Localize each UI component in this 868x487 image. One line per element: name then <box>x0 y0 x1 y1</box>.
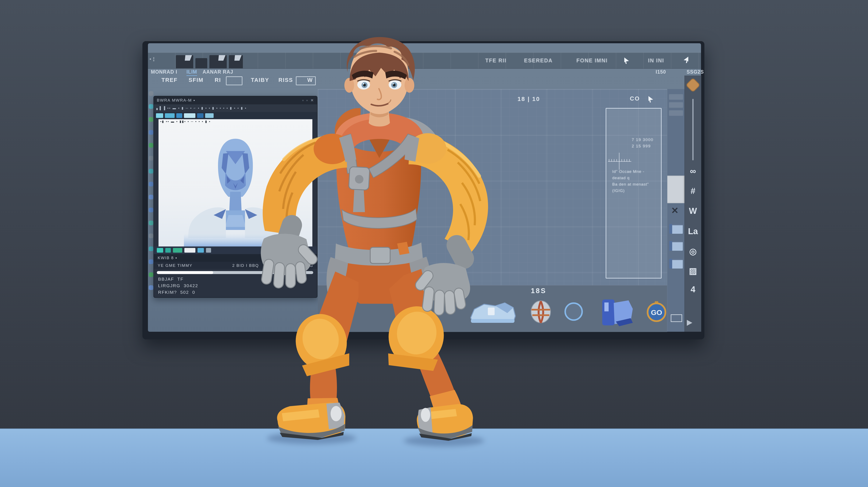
blueprint-rectangle[interactable]: 7 19 3000 2 15 999 Id" Occae Mne - deata… <box>606 108 661 279</box>
tab-ri[interactable]: RI <box>215 77 221 83</box>
wave-icon[interactable]: W <box>685 206 701 216</box>
thumbnail[interactable] <box>669 259 683 268</box>
chip-button[interactable] <box>205 113 214 118</box>
ring-icon[interactable] <box>564 302 584 321</box>
character-figure <box>225 36 521 452</box>
doc-tab[interactable] <box>195 58 207 68</box>
status-text: KWIB 8 ▪ <box>158 256 177 260</box>
right-sidebar: ∞ # W La ◎ ▨ 4 <box>684 76 701 332</box>
thumbnail[interactable] <box>669 224 683 234</box>
toolbar-item[interactable]: IN INI <box>648 57 664 64</box>
tool-dot-icon[interactable] <box>149 273 153 277</box>
window-mark: ▪ ¦ <box>150 57 155 61</box>
chip-button[interactable] <box>157 248 163 253</box>
doc-tab[interactable] <box>209 55 227 68</box>
cursor-icon <box>624 57 629 64</box>
menu-item[interactable]: MONRAD I <box>151 69 177 75</box>
diamond-icon[interactable] <box>686 78 701 93</box>
inner-window-title: BWRA MWRA-M ▪ <box>157 98 195 103</box>
tool-dot-icon[interactable] <box>149 104 153 109</box>
status-text: YE GME TIMMY <box>158 263 192 268</box>
tab-tref[interactable]: TREF <box>161 77 178 83</box>
model-boot-icon[interactable] <box>599 296 634 329</box>
dimension-ticks <box>609 159 630 162</box>
toolbar-item[interactable]: ESEREDA <box>524 57 553 64</box>
hash-icon[interactable]: # <box>685 186 701 196</box>
anchor-icon[interactable]: 4 <box>685 285 701 294</box>
flag-cursor-icon <box>684 57 688 63</box>
chip-button[interactable] <box>197 248 204 253</box>
tool-dot-icon[interactable] <box>149 143 153 148</box>
tool-dot-icon[interactable] <box>149 259 153 264</box>
chip-button[interactable] <box>197 113 204 118</box>
tool-dot-icon[interactable] <box>149 182 153 187</box>
tool-dot-icon[interactable] <box>149 233 153 238</box>
chip-button[interactable] <box>156 113 163 118</box>
right-list-column: ✕ <box>667 89 685 332</box>
list-item[interactable] <box>669 94 683 100</box>
tool-dot-icon[interactable] <box>149 247 153 251</box>
viewport-frame-label: CO <box>630 95 640 102</box>
chip-button[interactable] <box>206 248 211 253</box>
chip-button[interactable] <box>173 248 182 253</box>
tool-dot-icon[interactable] <box>149 208 153 212</box>
chip-button[interactable] <box>184 248 195 253</box>
status-code: SSG2S <box>687 69 704 75</box>
blueprint-dimensions: 7 19 3000 2 15 999 <box>632 137 654 149</box>
collapse-arrow-icon[interactable] <box>687 320 692 326</box>
tool-dot-icon[interactable] <box>149 221 153 225</box>
progress-fill <box>157 271 213 274</box>
left-boot <box>277 398 345 440</box>
tool-dot-icon[interactable] <box>149 130 153 135</box>
sidebar-scrollbar[interactable] <box>692 99 693 160</box>
log-lines: BBJAF TF LIRGJRG 30422 RFKIM? 502 0 <box>158 276 198 295</box>
tool-dot-icon[interactable] <box>149 169 153 173</box>
selected-swatch[interactable] <box>667 176 685 203</box>
scene: ▪ ¦ TFE RII ESEREDA FONE IMNI IN INI MON… <box>0 0 868 487</box>
tool-dot-icon[interactable] <box>149 91 153 96</box>
list-item[interactable] <box>669 102 683 108</box>
tool-dot-icon[interactable] <box>149 285 153 290</box>
thumbnail[interactable] <box>669 241 683 251</box>
doc-tab[interactable] <box>176 55 193 68</box>
close-icon[interactable]: ✕ <box>671 205 679 216</box>
swatch-icon[interactable]: ▨ <box>685 266 701 276</box>
blueprint-annotation: Id" Occae Mne - deatad q Ba den at menas… <box>612 168 658 194</box>
tool-dot-icon[interactable] <box>149 156 153 161</box>
right-boot <box>417 390 473 441</box>
left-tool-strip <box>148 91 154 299</box>
empty-slot[interactable] <box>671 314 682 322</box>
toolbar-item[interactable]: FONE IMNI <box>577 57 608 64</box>
status-count: I150 <box>656 69 666 75</box>
chip-button[interactable] <box>165 113 175 118</box>
goggles-icon[interactable]: ∞ <box>685 166 701 176</box>
chip-button[interactable] <box>165 248 171 253</box>
layers-icon[interactable]: La <box>685 227 701 236</box>
chip-button[interactable] <box>176 113 182 118</box>
rings-icon[interactable]: ◎ <box>685 247 701 256</box>
tool-dot-icon[interactable] <box>149 195 153 199</box>
grid-sphere-icon[interactable] <box>530 300 551 324</box>
viewport-cursor-icon <box>648 96 653 103</box>
tab-sfim[interactable]: SFIM <box>189 77 204 83</box>
tool-dot-icon[interactable] <box>149 117 153 122</box>
chip-button[interactable] <box>184 113 195 118</box>
frame-counter: 18S <box>531 287 547 295</box>
go-badge-icon[interactable]: GO <box>646 301 667 322</box>
list-item[interactable] <box>669 110 683 116</box>
svg-text:GO: GO <box>651 308 662 316</box>
menu-item-active[interactable]: ILIM <box>186 69 197 76</box>
